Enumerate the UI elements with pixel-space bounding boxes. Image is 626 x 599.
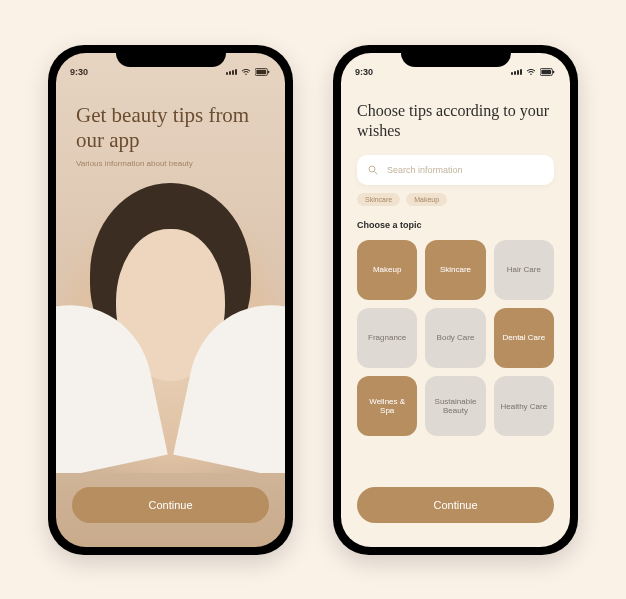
wifi-icon: [241, 68, 251, 76]
svg-rect-4: [541, 69, 551, 73]
topics-title: Choose tips according to your wishes: [357, 101, 554, 141]
topic-dental-care[interactable]: Dental Care: [494, 308, 554, 368]
chip-makeup[interactable]: Makeup: [406, 193, 447, 206]
topic-sustainable-beauty[interactable]: Sustainable Beauty: [425, 376, 485, 436]
search-icon: [367, 164, 379, 176]
search-input[interactable]: [387, 165, 544, 175]
status-icons: [226, 68, 271, 76]
topic-fragnance[interactable]: Fragnance: [357, 308, 417, 368]
phone-right: 9:30 Choose tips according to your wishe…: [333, 45, 578, 555]
continue-button[interactable]: Continue: [357, 487, 554, 523]
section-label: Choose a topic: [357, 220, 554, 230]
topic-makeup[interactable]: Makeup: [357, 240, 417, 300]
phone-left: 9:30 Get beauty tips from our app Variou…: [48, 45, 293, 555]
topic-healthy-care[interactable]: Healthy Care: [494, 376, 554, 436]
signal-icon: [511, 69, 522, 75]
chip-skincare[interactable]: Skincare: [357, 193, 400, 206]
battery-icon: [255, 68, 271, 76]
screen-welcome: 9:30 Get beauty tips from our app Variou…: [56, 53, 285, 547]
topic-body-care[interactable]: Body Care: [425, 308, 485, 368]
notch: [401, 45, 511, 67]
topics-footer: Continue: [357, 473, 554, 547]
filter-chips: Skincare Makeup: [357, 193, 554, 206]
status-icons: [511, 68, 556, 76]
svg-point-6: [369, 166, 375, 172]
search-box[interactable]: [357, 155, 554, 185]
svg-rect-1: [256, 69, 266, 73]
topic-hair-care[interactable]: Hair Care: [494, 240, 554, 300]
hero-subtitle: Various information about beauty: [76, 159, 265, 168]
topic-skincare[interactable]: Skincare: [425, 240, 485, 300]
status-time: 9:30: [355, 67, 373, 77]
wifi-icon: [526, 68, 536, 76]
status-time: 9:30: [70, 67, 88, 77]
hero-footer: Continue: [56, 473, 285, 547]
signal-icon: [226, 69, 237, 75]
continue-button[interactable]: Continue: [72, 487, 269, 523]
hero-image: [56, 168, 285, 473]
battery-icon: [540, 68, 556, 76]
hero-title: Get beauty tips from our app: [76, 103, 265, 153]
screen-topics: 9:30 Choose tips according to your wishe…: [341, 53, 570, 547]
topic-grid: Makeup Skincare Hair Care Fragnance Body…: [357, 240, 554, 437]
svg-rect-2: [268, 70, 269, 73]
svg-rect-5: [553, 70, 554, 73]
notch: [116, 45, 226, 67]
topic-wellnes-spa[interactable]: Wellnes & Spa: [357, 376, 417, 436]
svg-line-7: [375, 171, 378, 174]
